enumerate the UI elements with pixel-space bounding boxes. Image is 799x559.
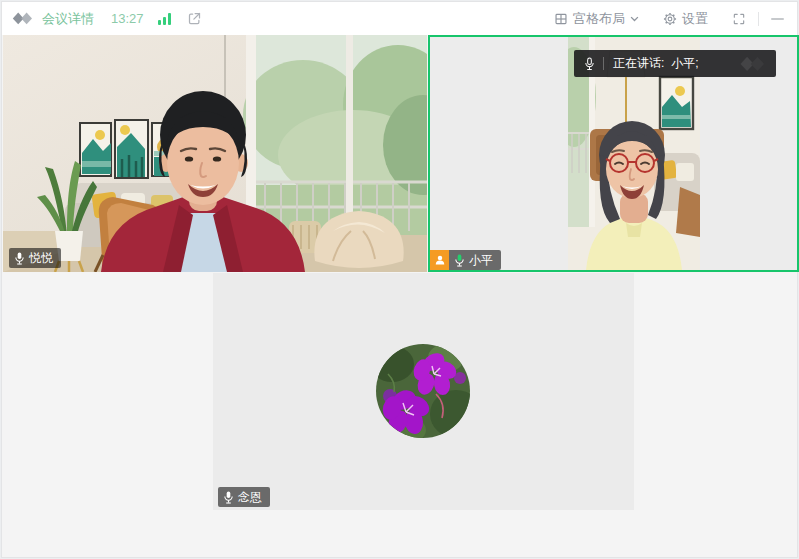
name-badge-yueyue: 悦悦 [9,248,61,268]
meeting-time: 13:27 [111,11,144,26]
chevron-down-icon [630,16,639,22]
video-tile-yueyue[interactable]: 悦悦 [3,35,427,272]
participant-name: 念恩 [238,490,262,504]
settings-button-label: 设置 [682,10,708,28]
yueyue-video-frame [3,35,427,272]
attendee-role-icon [430,250,449,270]
network-signal-icon [158,13,171,25]
settings-button[interactable]: 设置 [663,10,708,28]
minimize-icon [771,18,784,20]
grid-layout-icon [554,12,568,26]
speaking-names: 小平; [671,55,698,72]
microphone-icon [14,252,25,265]
gear-icon [663,12,677,26]
video-tile-xiaoping[interactable]: 正在讲话: 小平; [428,35,799,272]
minimize-button[interactable] [771,18,784,20]
video-grid: 悦悦 [2,35,797,557]
name-badge-xiaoping: 小平 [449,250,501,270]
watermark-logo-icon [738,56,768,72]
fullscreen-icon [732,12,746,26]
microphone-icon [223,491,234,504]
open-external-icon [187,11,202,26]
speaking-label: 正在讲话: [613,55,664,72]
fullscreen-button[interactable] [732,12,746,26]
xiaoping-badge-row: 小平 [430,250,501,270]
banner-divider [603,57,604,70]
participant-name: 悦悦 [29,251,53,265]
speaking-banner: 正在讲话: 小平; [574,50,776,77]
layout-button-label: 宫格布局 [573,10,625,28]
video-tile-nianen[interactable]: 念恩 [213,273,634,510]
microphone-icon [584,57,595,71]
meeting-window: 会议详情 13:27 宫格布局 [1,1,798,558]
topbar-divider [758,12,759,26]
title-bar: 会议详情 13:27 宫格布局 [2,2,797,35]
participant-name: 小平 [469,253,493,267]
app-logo-icon [12,12,34,25]
layout-button[interactable]: 宫格布局 [554,10,639,28]
name-badge-nianen: 念恩 [218,487,270,507]
open-external-button[interactable] [187,11,202,26]
avatar [376,344,470,438]
microphone-active-icon [454,254,465,267]
page-title: 会议详情 [42,10,94,28]
